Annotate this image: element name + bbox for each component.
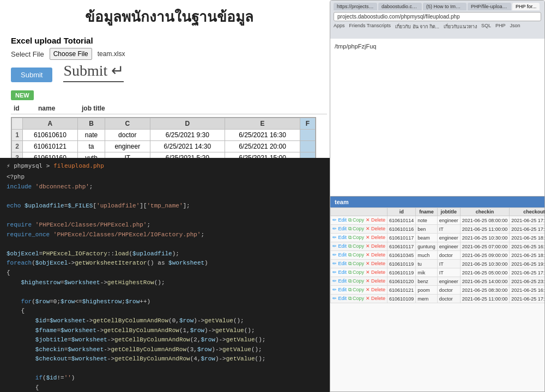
delete-action[interactable]: ✕ Delete [366,278,386,284]
cell-a[interactable]: 610610610 [23,130,78,141]
file-name-display: team.xlsx [98,50,125,58]
edit-action[interactable]: ✏ Edit [332,252,347,258]
delete-action[interactable]: ✕ Delete [366,261,386,266]
bookmark-item[interactable]: SQL [481,23,491,30]
upload-title: Excel upload Totorial [11,36,327,45]
row-num-header [12,118,23,130]
cell-checkout: 2021-06-25 17:30:00 [510,225,544,234]
cell-c[interactable]: engineer [105,141,150,152]
delete-action[interactable]: ✕ Delete [366,235,386,240]
copy-action[interactable]: ⧉ Copy [348,235,365,240]
delete-action[interactable]: ✕ Delete [366,217,386,223]
browser-tabs: https://projects.d...daboostudio.com(5) … [334,3,541,10]
cell-b[interactable]: ta [77,141,105,152]
browser-path-line: /tmp/phpFzjFuq [335,43,540,50]
delete-action[interactable]: ✕ Delete [366,296,386,301]
cell-fname: benz [416,277,438,286]
cell-jobtitle: doctor [437,251,460,260]
browser-addressbar[interactable]: projects.daboostudio.com/phpmysql/fileup… [334,12,541,21]
copy-action[interactable]: ⧉ Copy [348,278,365,284]
delete-action[interactable]: ✕ Delete [366,243,386,249]
copy-action[interactable]: ⧉ Copy [348,226,365,231]
choose-file-button[interactable]: Choose File [50,48,92,60]
bookmark-item[interactable]: เกี่ยวกับ อัน จาก กิด... [395,23,439,30]
cell-f[interactable] [300,141,315,152]
copy-action[interactable]: ⧉ Copy [348,296,365,301]
browser-chrome: https://projects.d...daboostudio.com(5) … [330,1,544,39]
row-num: 2 [12,141,23,152]
cell-checkin: 2021-06-25 09:00:00 [460,251,510,260]
spreadsheet-row: 2 610610121 ta engineer 6/25/2021 14:30 … [12,141,316,152]
header-name: name [38,105,71,112]
code-panel: ⚡ phpmysql > fileupload.php <?php includ… [0,158,338,392]
db-table-row: ✏ Edit ⧉ Copy ✕ Delete 610610119 tu IT 2… [331,260,545,268]
edit-action[interactable]: ✏ Edit [332,278,347,284]
db-table-container: idfnamejobtitlecheckincheckout ✏ Edit ⧉ … [330,207,544,388]
browser-tab[interactable]: daboostudio.com [378,3,422,10]
copy-action[interactable]: ⧉ Copy [348,217,365,223]
edit-action[interactable]: ✏ Edit [332,261,347,266]
delete-action[interactable]: ✕ Delete [366,270,386,275]
edit-action[interactable]: ✏ Edit [332,235,347,240]
bookmark-item[interactable]: เกี่ยวกับแนวทาง [444,23,477,30]
edit-action[interactable]: ✏ Edit [332,226,347,231]
cell-checkout: 2021-06-25 17:00:00 [510,268,544,277]
edit-action[interactable]: ✏ Edit [332,270,347,275]
delete-action[interactable]: ✕ Delete [366,287,386,292]
db-table-body: ✏ Edit ⧉ Copy ✕ Delete 610610114 note en… [331,216,545,303]
copy-action[interactable]: ⧉ Copy [348,243,365,249]
browser-tab[interactable]: (5) How to Impo... [423,3,467,10]
bookmark-item[interactable]: Friends Transcripts [349,23,391,30]
delete-action[interactable]: ✕ Delete [366,226,386,231]
row-actions: ✏ Edit ⧉ Copy ✕ Delete [331,295,387,303]
cell-id: 610610119 [387,260,416,268]
edit-action[interactable]: ✏ Edit [332,217,347,223]
cell-e[interactable]: 6/25/2021 16:30 [225,130,300,141]
db-table-row: ✏ Edit ⧉ Copy ✕ Delete 610610117 beam en… [331,234,545,242]
page-title: ข้อมูลพนักงานในฐานข้อมูล [11,5,327,28]
cell-id: 610610121 [387,286,416,295]
cell-f[interactable] [300,130,315,141]
cell-checkin: 2021-06-25 10:30:00 [460,234,510,242]
col-b-header: B [77,118,105,130]
db-panel-header: team [330,197,544,207]
cell-fname: guntung [416,242,438,251]
cell-fname: much [416,251,438,260]
browser-tab[interactable]: PHP/file-upload... [468,3,511,10]
browser-tab[interactable]: PHP for... [512,3,540,10]
cell-c[interactable]: doctor [105,130,150,141]
bookmark-item[interactable]: Json [510,23,520,30]
cell-a[interactable]: 610610121 [23,141,78,152]
cell-checkin: 2021-06-25 05:00:00 [460,268,510,277]
submit-button[interactable]: Submit [11,68,52,82]
db-col-header: checkout [510,208,544,216]
bookmark-item[interactable]: PHP [495,23,506,30]
copy-action[interactable]: ⧉ Copy [348,261,365,266]
cell-checkout: 2021-06-25 18:00:00 [510,234,544,242]
cell-fname: ben [416,225,438,234]
cell-checkin: 2021-06-25 11:00:00 [460,225,510,234]
copy-action[interactable]: ⧉ Copy [348,287,365,292]
code-content: <?php include 'dbconnect.php'; echo $upl… [7,173,331,392]
edit-action[interactable]: ✏ Edit [332,243,347,249]
cell-checkout: 2021-06-25 18:00:00 [510,251,544,260]
db-col-header: jobtitle [437,208,460,216]
delete-action[interactable]: ✕ Delete [366,252,386,258]
browser-tab[interactable]: https://projects.d... [334,3,377,10]
copy-action[interactable]: ⧉ Copy [348,252,365,258]
edit-action[interactable]: ✏ Edit [332,287,347,292]
cell-d[interactable]: 6/25/2021 14:30 [150,141,225,152]
cell-d[interactable]: 6/25/2021 9:30 [150,130,225,141]
edit-action[interactable]: ✏ Edit [332,296,347,301]
copy-action[interactable]: ⧉ Copy [348,270,365,275]
row-actions: ✏ Edit ⧉ Copy ✕ Delete [331,277,387,286]
cell-e[interactable]: 6/25/2021 20:00 [225,141,300,152]
cell-b[interactable]: nate [77,130,105,141]
cell-checkout: 2021-06-25 23:00:00 [510,277,544,286]
cell-jobtitle: doctor [437,295,460,303]
db-panel: team idfnamejobtitlecheckincheckout ✏ Ed… [330,196,545,392]
code-panel-header: ⚡ phpmysql > fileupload.php [7,162,331,169]
bookmark-item[interactable]: Apps [334,23,345,30]
cell-id: 610610119 [387,268,416,277]
cell-fname: beam [416,234,438,242]
